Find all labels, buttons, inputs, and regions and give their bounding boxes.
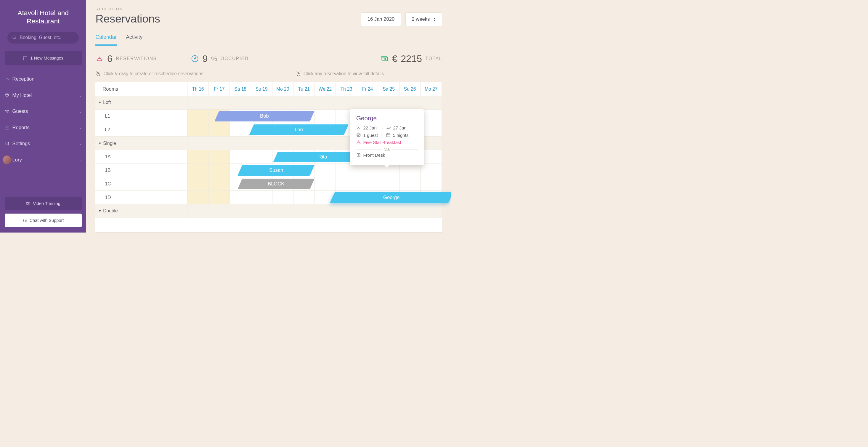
sidebar-item-label: My Hotel (12, 92, 79, 98)
grid-cell[interactable] (187, 123, 209, 137)
stat-total: € 2215 TOTAL (380, 53, 442, 64)
grid-cell[interactable] (209, 177, 230, 191)
sidebar-item-reception[interactable]: Reception ⌄ (0, 71, 86, 87)
grid-cell[interactable] (251, 191, 273, 204)
column-header-day[interactable]: Th 23 (336, 82, 357, 96)
grid-cell[interactable] (187, 177, 209, 191)
bell-icon (95, 55, 104, 63)
sidebar-item-reports[interactable]: Reports ⌄ (0, 119, 86, 136)
grid-cell[interactable] (315, 110, 336, 123)
headset-icon (23, 218, 27, 223)
grid-cell[interactable] (336, 177, 357, 191)
grid-cell[interactable] (187, 150, 209, 164)
messages-button[interactable]: 1 New Messages (5, 51, 82, 65)
reservation-bar[interactable]: Bob (214, 111, 315, 121)
chat-support-button[interactable]: Chat with Support (5, 214, 82, 227)
reservation-bar[interactable]: George (330, 192, 451, 203)
popover-via-label: via (384, 147, 390, 152)
bell-icon (356, 126, 361, 130)
calendar-icon (386, 133, 391, 138)
grid-cell[interactable] (421, 123, 442, 137)
primary-nav: Reception ⌄ My Hotel ⌄ Guests ⌄ Reports … (0, 71, 86, 168)
hand-click-icon (95, 71, 101, 77)
grid-cell[interactable] (378, 177, 400, 191)
grid-cell[interactable] (400, 164, 421, 177)
reservation-bar[interactable]: Susan (238, 165, 315, 176)
column-header-day[interactable]: Th 16 (187, 82, 209, 96)
svg-point-4 (7, 110, 8, 111)
popover-guest-count: 1 guest (363, 133, 378, 138)
search-placeholder: Booking, Guest, etc. (20, 35, 61, 40)
chevron-down-icon: ⌄ (79, 158, 82, 162)
tab-activity[interactable]: Activity (126, 34, 143, 46)
grid-cell[interactable] (315, 164, 336, 177)
chevron-down-icon: ⌄ (79, 77, 82, 81)
grid-cell[interactable] (187, 191, 209, 204)
room-row: L2 (95, 123, 187, 137)
video-training-button[interactable]: Video Training (5, 197, 82, 210)
grid-cell[interactable] (336, 164, 357, 177)
brand-title: Atavoli Hotel and Restaurant (0, 8, 86, 32)
column-header-day[interactable]: Mo 20 (273, 82, 294, 96)
grid-cell[interactable] (357, 177, 378, 191)
sidebar-item-myhotel[interactable]: My Hotel ⌄ (0, 87, 86, 103)
caret-down-icon: ▼ (98, 142, 101, 145)
grid-cell[interactable] (230, 123, 251, 137)
grid-cell[interactable] (209, 123, 230, 137)
pin-icon (4, 93, 10, 98)
grid-cell[interactable] (421, 164, 442, 177)
column-header-day[interactable]: Sa 25 (378, 82, 400, 96)
chevron-down-icon: ⌄ (79, 126, 82, 130)
grid-cell[interactable] (230, 191, 251, 204)
column-header-day[interactable]: Mo 27 (421, 82, 442, 96)
cash-icon (380, 55, 389, 63)
plane-icon (386, 126, 391, 130)
sidebar-item-label: Guests (12, 109, 79, 114)
svg-rect-13 (386, 133, 390, 137)
grid-cell[interactable] (187, 110, 209, 123)
room-group-toggle[interactable]: ▼Single (95, 137, 187, 150)
reservation-bar[interactable]: Lori (249, 124, 348, 135)
grid-cell[interactable] (251, 150, 273, 164)
grid-cell[interactable] (293, 191, 315, 204)
column-header-day[interactable]: Su 26 (400, 82, 421, 96)
grid-cell[interactable] (230, 150, 251, 164)
search-input[interactable]: Booking, Guest, etc. (7, 32, 79, 44)
column-header-day[interactable]: Fr 17 (209, 82, 230, 96)
grid-cell[interactable] (421, 150, 442, 164)
column-header-day[interactable]: Fr 24 (357, 82, 378, 96)
room-group-toggle[interactable]: ▼Double (95, 204, 187, 218)
grid-cell[interactable] (273, 191, 294, 204)
svg-rect-14 (358, 141, 359, 141)
column-header-day[interactable]: Tu 21 (293, 82, 315, 96)
breadcrumb: RECEPTION (95, 7, 442, 11)
range-picker[interactable]: 2 weeks (405, 12, 442, 27)
svg-point-8 (194, 58, 195, 60)
grid-cell[interactable] (209, 164, 230, 177)
grid-cell[interactable] (357, 164, 378, 177)
column-header-day[interactable]: Su 19 (251, 82, 273, 96)
grid-cell[interactable] (209, 191, 230, 204)
grid-cell[interactable] (421, 110, 442, 123)
svg-point-10 (384, 58, 386, 60)
date-picker[interactable]: 16 Jan 2020 (361, 12, 401, 27)
sidebar-item-settings[interactable]: Settings ⌄ (0, 136, 86, 152)
guests-icon (4, 109, 10, 114)
grid-cell[interactable] (209, 150, 230, 164)
grid-cell[interactable] (187, 164, 209, 177)
hint-click: Click any reservation to view full detai… (296, 71, 385, 77)
grid-cell[interactable] (421, 177, 442, 191)
sidebar-item-guests[interactable]: Guests ⌄ (0, 103, 86, 120)
room-group-toggle[interactable]: ▼Loft (95, 96, 187, 110)
stat-occupied: 9 % OCCUPIED (191, 53, 248, 64)
reservation-bar[interactable]: BLOCK (238, 179, 315, 189)
grid-cell[interactable] (400, 177, 421, 191)
tab-calendar[interactable]: Calendar (95, 34, 117, 46)
sidebar-item-user[interactable]: Lory ⌄ (0, 152, 86, 168)
grid-cell[interactable] (315, 177, 336, 191)
video-icon (26, 201, 31, 206)
group-row (187, 204, 442, 218)
column-header-day[interactable]: We 22 (315, 82, 336, 96)
calendar-grid[interactable]: Rooms Th 16 Fr 17 Sa 18 Su 19 Mo 20 Tu 2… (95, 82, 442, 233)
column-header-day[interactable]: Sa 18 (230, 82, 251, 96)
